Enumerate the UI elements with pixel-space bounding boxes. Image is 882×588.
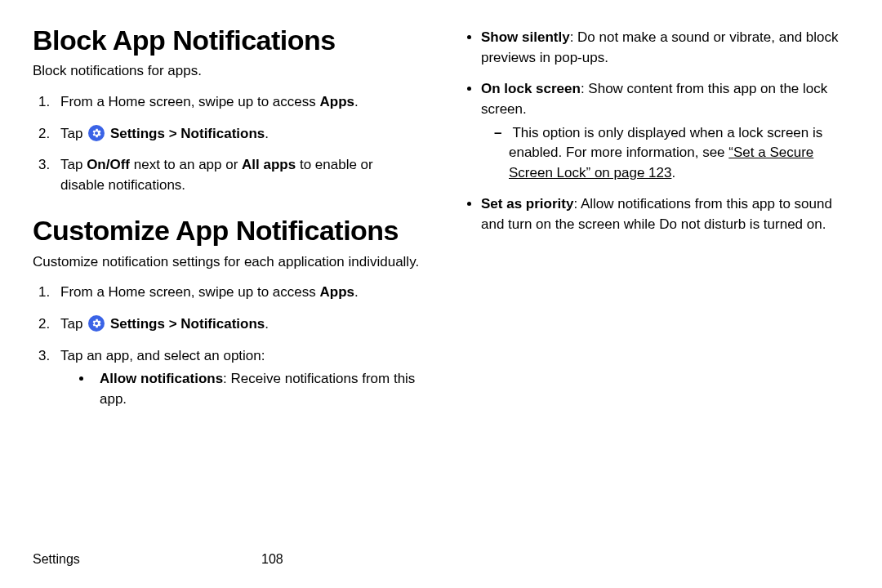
steps-block: From a Home screen, swipe up to access A… xyxy=(33,92,421,196)
option-show-silently: Show silently: Do not make a sound or vi… xyxy=(481,28,849,68)
option-list-right: Show silently: Do not make a sound or vi… xyxy=(461,28,849,235)
cstep-2: Tap Settings > Notifications. xyxy=(54,314,421,335)
option-list-left: Allow notifications: Receive notificatio… xyxy=(60,369,421,409)
cstep-1: From a Home screen, swipe up to access A… xyxy=(54,283,421,303)
heading-customize-app-notifications: Customize App Notifications xyxy=(33,215,421,247)
footer-section: Settings xyxy=(33,552,80,567)
settings-gear-icon xyxy=(88,315,105,332)
page-footer: Settings 108 xyxy=(33,552,849,567)
footer-page-number: 108 xyxy=(80,552,465,567)
step-3: Tap On/Off next to an app or All apps to… xyxy=(54,155,421,195)
option-set-as-priority: Set as priority: Allow notifications fro… xyxy=(481,194,849,234)
left-column: Block App Notifications Block notificati… xyxy=(33,24,421,430)
settings-gear-icon xyxy=(88,125,105,141)
step-1: From a Home screen, swipe up to access A… xyxy=(54,92,421,113)
sub-note-list: This option is only displayed when a loc… xyxy=(481,123,849,184)
lock-screen-note: This option is only displayed when a loc… xyxy=(509,123,849,184)
step-2: Tap Settings > Notifications. xyxy=(54,124,421,145)
steps-customize: From a Home screen, swipe up to access A… xyxy=(33,283,421,409)
heading-block-app-notifications: Block App Notifications xyxy=(33,24,421,56)
intro-block: Block notifications for apps. xyxy=(33,61,421,81)
option-on-lock-screen: On lock screen: Show content from this a… xyxy=(481,79,849,183)
right-column: Show silently: Do not make a sound or vi… xyxy=(461,24,849,430)
intro-customize: Customize notification settings for each… xyxy=(33,252,421,272)
option-allow-notifications: Allow notifications: Receive notificatio… xyxy=(93,369,421,409)
cstep-3: Tap an app, and select an option: Allow … xyxy=(54,346,421,410)
